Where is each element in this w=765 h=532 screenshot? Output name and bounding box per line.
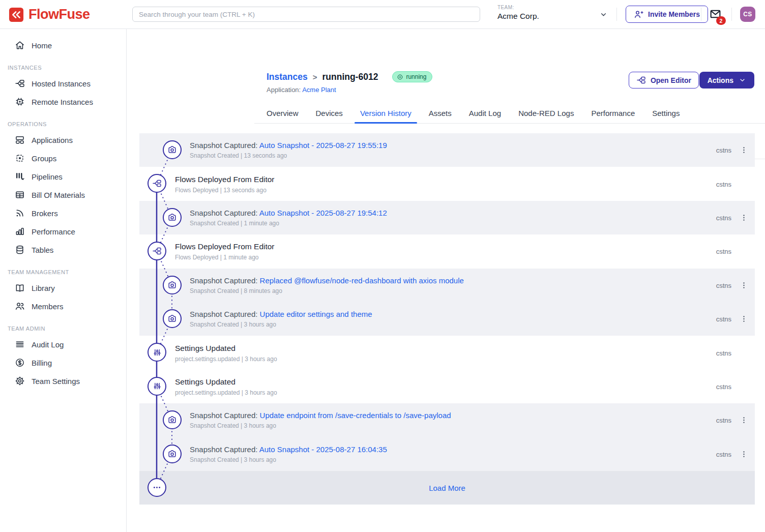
- tab-devices[interactable]: Devices: [316, 105, 343, 123]
- sidebar-item-applications[interactable]: Applications: [0, 131, 126, 149]
- sidebar-item-billing[interactable]: Billing: [0, 353, 126, 372]
- sidebar-item-members[interactable]: Members: [0, 297, 126, 315]
- sidebar-item-audit-log[interactable]: Audit Log: [0, 335, 126, 353]
- breadcrumb-separator: >: [313, 73, 317, 81]
- timeline-row: Snapshot Captured: Update endpoint from …: [139, 403, 755, 437]
- sidebar-item-performance[interactable]: Performance: [0, 222, 126, 241]
- timeline-row: Settings Updated project.settings.update…: [139, 370, 755, 403]
- snapshot-link[interactable]: Replaced @flowfuse/node-red-dashboard wi…: [260, 276, 464, 285]
- timeline-meta: Snapshot Created | 13 seconds ago: [190, 152, 387, 159]
- kebab-menu-button[interactable]: [738, 143, 749, 157]
- tab-assets[interactable]: Assets: [429, 105, 452, 123]
- timeline-row: Snapshot Captured: Replaced @flowfuse/no…: [139, 269, 755, 302]
- sidebar-item-pipelines[interactable]: Pipelines: [0, 167, 126, 186]
- sidebar-item-hosted-instances[interactable]: Hosted Instances: [0, 74, 126, 93]
- snapshot-link[interactable]: Auto Snapshot - 2025-08-27 16:04:35: [259, 445, 387, 454]
- avatar-initials: CS: [743, 11, 752, 18]
- sidebar: Home INSTANCES Hosted Instances Remote I…: [0, 29, 127, 532]
- snapshot-link[interactable]: Auto Snapshot - 2025-08-27 19:54:12: [259, 209, 387, 217]
- team-name: Acme Corp.: [497, 12, 597, 21]
- sidebar-item-brokers[interactable]: Brokers: [0, 204, 126, 222]
- snapshot-link[interactable]: Update editor settings and theme: [260, 310, 372, 318]
- kebab-menu-button[interactable]: [738, 312, 749, 326]
- timeline-row: Snapshot Captured: Auto Snapshot - 2025-…: [139, 437, 755, 471]
- application-line: Application: Acme Plant: [267, 86, 336, 94]
- timeline-row: Flows Deployed From Editor Flows Deploye…: [139, 167, 755, 200]
- application-link[interactable]: Acme Plant: [302, 86, 336, 94]
- load-more-button[interactable]: Load More: [139, 483, 755, 492]
- chevron-down-icon[interactable]: [599, 10, 608, 19]
- flowfuse-logo[interactable]: FlowFuse: [9, 7, 90, 22]
- timeline-row: Snapshot Captured: Update editor setting…: [139, 302, 755, 336]
- breadcrumb-instances-link[interactable]: Instances: [267, 72, 308, 82]
- sidebar-item-remote-instances[interactable]: Remote Instances: [0, 93, 126, 111]
- timeline-meta: Snapshot Created | 3 hours ago: [190, 321, 372, 328]
- notifications-button[interactable]: 2: [709, 8, 729, 25]
- search-input[interactable]: [132, 7, 480, 22]
- tab-bar: Overview Devices Version History Assets …: [254, 105, 765, 124]
- deploy-icon: [148, 174, 166, 193]
- sidebar-section-instances: INSTANCES: [0, 65, 126, 71]
- camera-icon: [163, 140, 182, 159]
- kebab-menu-button[interactable]: [738, 279, 749, 292]
- running-status-icon: [397, 74, 403, 80]
- tab-overview[interactable]: Overview: [267, 105, 299, 123]
- members-icon: [15, 301, 25, 311]
- version-history-timeline: Snapshot Captured: Auto Snapshot - 2025-…: [139, 133, 755, 505]
- chevron-down-icon: [739, 76, 746, 84]
- billing-icon: [15, 358, 25, 368]
- notification-badge: 2: [716, 16, 726, 25]
- camera-icon: [163, 276, 182, 294]
- tab-version-history[interactable]: Version History: [360, 105, 411, 123]
- kebab-menu-button[interactable]: [738, 211, 749, 224]
- avatar[interactable]: CS: [740, 7, 755, 22]
- sidebar-section-team-management: TEAM MANAGEMENT: [0, 269, 126, 275]
- timeline-meta: Snapshot Created | 3 hours ago: [190, 422, 451, 429]
- actions-button[interactable]: Actions: [699, 72, 754, 88]
- home-icon: [15, 40, 25, 50]
- audit-log-icon: [15, 339, 25, 349]
- sidebar-section-team-admin: TEAM ADMIN: [0, 326, 126, 332]
- timeline-user: cstns: [716, 214, 731, 221]
- sidebar-item-bill-of-materials[interactable]: Bill Of Materials: [0, 186, 126, 204]
- load-more-row: Load More: [139, 471, 755, 505]
- timeline-user: cstns: [716, 417, 731, 424]
- sidebar-item-groups[interactable]: Groups: [0, 149, 126, 167]
- tab-performance[interactable]: Performance: [591, 105, 635, 123]
- open-editor-button[interactable]: Open Editor: [629, 72, 699, 88]
- performance-icon: [15, 226, 25, 237]
- deploy-icon: [148, 242, 166, 260]
- camera-icon: [163, 309, 182, 328]
- timeline-meta: Snapshot Created | 3 hours ago: [190, 456, 387, 463]
- invite-members-label: Invite Members: [648, 10, 700, 18]
- invite-members-button[interactable]: Invite Members: [626, 6, 708, 23]
- sidebar-item-home[interactable]: Home: [0, 36, 126, 54]
- kebab-menu-button[interactable]: [738, 448, 749, 461]
- remote-instances-icon: [15, 97, 25, 107]
- tab-node-red-logs[interactable]: Node-RED Logs: [518, 105, 574, 123]
- timeline-meta: Snapshot Created | 1 minute ago: [190, 220, 387, 227]
- kebab-menu-button[interactable]: [738, 413, 749, 427]
- tab-settings[interactable]: Settings: [652, 105, 680, 123]
- tab-audit-log[interactable]: Audit Log: [469, 105, 501, 123]
- tables-icon: [15, 245, 25, 255]
- camera-icon: [163, 208, 182, 227]
- settings-updated-icon: [148, 343, 166, 362]
- timeline-row: Flows Deployed From Editor Flows Deploye…: [139, 234, 755, 268]
- brokers-icon: [15, 208, 25, 218]
- sidebar-item-tables[interactable]: Tables: [0, 241, 126, 259]
- sidebar-item-library[interactable]: Library: [0, 279, 126, 297]
- applications-icon: [15, 135, 25, 145]
- snapshot-link[interactable]: Update endpoint from /save-credentials t…: [260, 411, 451, 420]
- library-icon: [15, 283, 25, 293]
- timeline-meta: Snapshot Created | 8 minutes ago: [190, 287, 464, 294]
- timeline-user: cstns: [716, 349, 731, 357]
- divider: [731, 8, 732, 21]
- application-label: Application:: [267, 86, 301, 94]
- snapshot-link[interactable]: Auto Snapshot - 2025-08-27 19:55:19: [259, 141, 387, 150]
- sidebar-item-team-settings[interactable]: Team Settings: [0, 372, 126, 390]
- timeline-meta: Flows Deployed | 13 seconds ago: [175, 186, 275, 193]
- pipelines-icon: [15, 171, 25, 182]
- timeline-row: Settings Updated project.settings.update…: [139, 336, 755, 369]
- team-selector[interactable]: TEAM: Acme Corp.: [497, 5, 597, 21]
